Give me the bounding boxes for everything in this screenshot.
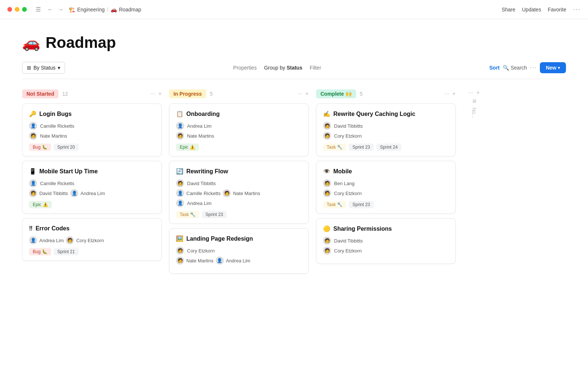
page-title-row: 🚗 Roadmap [22, 34, 566, 52]
column-actions-complete: ···+ [444, 91, 456, 97]
page-title-icon: 🚗 [22, 34, 40, 52]
card-members-in-progress-0: 👤 Andrea Lim 🧑 Nate Martins [176, 122, 302, 140]
nav-menu-button[interactable]: ☰ [34, 5, 42, 14]
column-add-complete[interactable]: + [452, 91, 456, 97]
member-row-0-0: 👤 Camille Ricketts [29, 122, 155, 130]
toolbar-right: Sort 🔍 Search ··· New ▾ [490, 62, 566, 73]
updates-button[interactable]: Updates [522, 7, 541, 13]
member-name: Andrea Lim [226, 258, 250, 263]
card-title-not-started-0: 🔑 Login Bugs [29, 110, 155, 117]
tag-0-0[interactable]: Bug 🐛 [29, 144, 51, 151]
card-members-complete-0: 🧑 David Tibbitts 🧑 Cory Etzkorn [323, 122, 449, 140]
avatar: 👤 [29, 122, 37, 130]
properties-button[interactable]: Properties [233, 65, 257, 71]
avatar: 👤 [176, 189, 184, 197]
member-name: David Tibbitts [334, 123, 363, 129]
avatar: 🧑 [29, 132, 37, 140]
toolbar-more-button[interactable]: ··· [530, 64, 537, 71]
column-header-not-started: Not Started12···+ [22, 89, 162, 98]
nav-forward-button[interactable]: → [56, 6, 65, 14]
member-row-0-1: 🧑 Cory Etzkorn [323, 132, 449, 140]
card-tags-complete-1: Task 🔧Sprint 23 [323, 201, 449, 208]
member-name: Cory Etzkorn [187, 248, 215, 254]
hidden-column-add-button[interactable]: + [476, 89, 480, 96]
avatar: 🧑 [323, 132, 331, 140]
member-name: Andrea Lim [187, 123, 211, 129]
column-in-progress: In Progress5···+📋 Onboarding 👤 Andrea Li… [169, 89, 309, 278]
sort-button[interactable]: Sort [490, 65, 500, 71]
avatar: 🧑 [176, 256, 184, 265]
by-status-label: By Status [33, 65, 55, 71]
tag-0-2[interactable]: Sprint 24 [376, 144, 401, 151]
by-status-button[interactable]: ⊞ By Status ▾ [22, 62, 65, 74]
column-more-complete[interactable]: ··· [444, 91, 449, 97]
traffic-light-red[interactable] [7, 7, 12, 12]
column-add-in-progress[interactable]: + [305, 91, 309, 97]
tag-1-0[interactable]: Task 🔧 [323, 201, 346, 208]
column-more-not-started[interactable]: ··· [150, 91, 155, 97]
tag-1-1[interactable]: Sprint 23 [202, 211, 227, 218]
breadcrumb: 🏗️ Engineering / 🚗 Roadmap [69, 7, 141, 13]
card-emoji: 📋 [176, 110, 183, 117]
column-add-not-started[interactable]: + [158, 91, 162, 97]
hidden-column-more-button[interactable]: ··· [469, 89, 473, 96]
share-button[interactable]: Share [502, 7, 515, 13]
tag-2-0[interactable]: Bug 🐛 [29, 248, 51, 255]
card-in-progress-1[interactable]: 🔄 Rewriting Flow 🧑 David Tibbitts 👤 Cami… [169, 161, 309, 224]
column-header-complete: Complete 🙌5···+ [316, 89, 456, 98]
member-name: Andrea Lim [39, 238, 64, 243]
card-members-in-progress-2: 🧑 Cory Etzkorn 🧑 Nate Martins 👤 Andrea L… [176, 247, 302, 265]
card-not-started-2[interactable]: ‼️ Error Codes 👤 Andrea Lim 🧑 Cory Etzko… [22, 218, 162, 261]
nav-arrows: ← → [46, 6, 65, 14]
member-name: Cory Etzkorn [334, 248, 362, 254]
favorite-button[interactable]: Favorite [548, 7, 566, 13]
status-badge-complete[interactable]: Complete 🙌 [316, 89, 356, 98]
column-count-in-progress: 5 [210, 91, 213, 97]
tag-1-0[interactable]: Epic ⚠️ [29, 201, 52, 208]
tag-0-1[interactable]: Sprint 20 [54, 144, 79, 151]
new-button[interactable]: New ▾ [540, 62, 566, 73]
column-more-in-progress[interactable]: ··· [297, 91, 302, 97]
tag-0-0[interactable]: Task 🔧 [323, 144, 346, 151]
nav-back-button[interactable]: ← [46, 6, 55, 14]
avatar: 👤 [216, 256, 224, 265]
card-tags-not-started-2: Bug 🐛Sprint 21 [29, 248, 155, 255]
group-by-button[interactable]: Group by Status [264, 65, 302, 71]
toolbar: ⊞ By Status ▾ Properties Group by Status… [22, 62, 566, 79]
breadcrumb-roadmap-label[interactable]: Roadmap [119, 7, 141, 13]
traffic-light-yellow[interactable] [15, 7, 19, 12]
card-complete-2[interactable]: 🟡 Sharing Permissions 🧑 David Tibbitts 🧑… [316, 218, 456, 264]
tag-0-1[interactable]: Sprint 23 [349, 144, 374, 151]
avatar: 👤 [176, 122, 184, 130]
member-row-2-1: 🧑 Nate Martins 👤 Andrea Lim [176, 256, 302, 265]
search-button[interactable]: 🔍 Search [503, 65, 527, 71]
member-name: Camille Ricketts [186, 191, 220, 196]
member-name: David Tibbitts [39, 191, 68, 196]
tag-0-0[interactable]: Epic ⚠️ [176, 144, 199, 151]
card-in-progress-2[interactable]: 🖼️ Landing Page Redesign 🧑 Cory Etzkorn … [169, 228, 309, 274]
card-complete-0[interactable]: ✍️ Rewrite Query Caching Logic 🧑 David T… [316, 103, 456, 156]
card-title-complete-2: 🟡 Sharing Permissions [323, 225, 449, 232]
tag-1-1[interactable]: Sprint 23 [349, 201, 374, 208]
card-tags-complete-0: Task 🔧Sprint 23Sprint 24 [323, 144, 449, 151]
member-row-0-1: 🧑 Nate Martins [176, 132, 302, 140]
card-emoji: 🖼️ [176, 235, 183, 242]
breadcrumb-engineering-label[interactable]: Engineering [77, 7, 105, 13]
member-row-0-0: 👤 Andrea Lim [176, 122, 302, 130]
titlebar-more-button[interactable]: ··· [573, 6, 581, 13]
traffic-light-green[interactable] [22, 7, 27, 12]
member-row-2-1: 🧑 Cory Etzkorn [323, 247, 449, 255]
card-in-progress-0[interactable]: 📋 Onboarding 👤 Andrea Lim 🧑 Nate Martins… [169, 103, 309, 156]
card-not-started-0[interactable]: 🔑 Login Bugs 👤 Camille Ricketts 🧑 Nate M… [22, 103, 162, 156]
status-badge-not-started[interactable]: Not Started [22, 89, 58, 98]
card-not-started-1[interactable]: 📱 Mobile Start Up Time 👤 Camille Rickett… [22, 161, 162, 214]
status-badge-in-progress[interactable]: In Progress [169, 89, 206, 98]
card-title-in-progress-2: 🖼️ Landing Page Redesign [176, 235, 302, 242]
page-title: Roadmap [46, 34, 116, 52]
card-members-in-progress-1: 🧑 David Tibbitts 👤 Camille Ricketts 🧑 Na… [176, 179, 302, 207]
filter-button[interactable]: Filter [310, 65, 321, 71]
member-name: Andrea Lim [80, 191, 105, 196]
tag-1-0[interactable]: Task 🔧 [176, 211, 199, 218]
card-complete-1[interactable]: 👁️ Mobile 🧑 Ben Lang 🧑 Cory Etzkorn Task… [316, 161, 456, 214]
tag-2-1[interactable]: Sprint 21 [54, 248, 79, 255]
